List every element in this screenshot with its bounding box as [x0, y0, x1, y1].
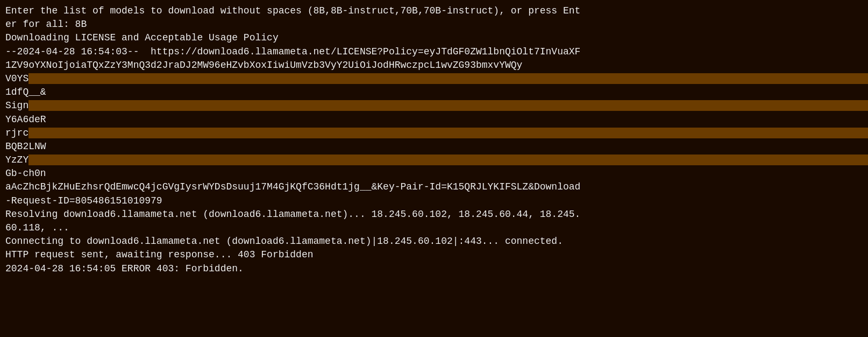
line-8: rjrc	[5, 127, 863, 153]
line-7-end: Y6A6deR	[5, 114, 46, 125]
line-4: --2024-04-28 16:54:03-- https://download…	[5, 45, 863, 59]
line-7-selected	[29, 100, 868, 111]
line-9: YzZY	[5, 153, 863, 180]
line-9-start: YzZY	[5, 155, 29, 165]
terminal-window[interactable]: Enter the list of models to download wit…	[0, 0, 868, 337]
line-5: 1ZV9oYXNoIjoiaTQxZzY3MnQ3d2JraDJ2MW96eHZ…	[5, 59, 863, 72]
line-6-start: V0YS	[5, 73, 29, 84]
line-2: er for all: 8B	[5, 18, 863, 31]
line-1: Enter the list of models to download wit…	[5, 4, 863, 18]
line-12: Resolving download6.llamameta.net (downl…	[5, 208, 863, 221]
line-9-selected	[29, 155, 868, 165]
line-6: V0YS	[5, 72, 863, 99]
line-3: Downloading LICENSE and Acceptable Usage…	[5, 31, 863, 45]
line-10: aAcZhcBjkZHuEzhsrQdEmwcQ4jcGVgIysrWYDsDs…	[5, 180, 863, 194]
line-7-start: Sign	[5, 100, 29, 111]
line-8-start: rjrc	[5, 128, 29, 138]
line-16: 2024-04-28 16:54:05 ERROR 403: Forbidden…	[5, 262, 863, 276]
line-14: Connecting to download6.llamameta.net (d…	[5, 235, 863, 248]
line-6-selected	[29, 73, 868, 84]
line-13: 60.118, ...	[5, 221, 863, 235]
line-6-end: 1dfQ__&	[5, 87, 46, 97]
line-11: -Request-ID=805486151010979	[5, 194, 863, 208]
line-8-selected	[29, 128, 868, 138]
line-7: Sign	[5, 99, 863, 126]
terminal-content: Enter the list of models to download wit…	[5, 4, 863, 276]
line-15: HTTP request sent, awaiting response... …	[5, 248, 863, 262]
line-8-end: BQB2LNW	[5, 141, 46, 152]
line-9-end: Gb-ch0n	[5, 168, 46, 179]
